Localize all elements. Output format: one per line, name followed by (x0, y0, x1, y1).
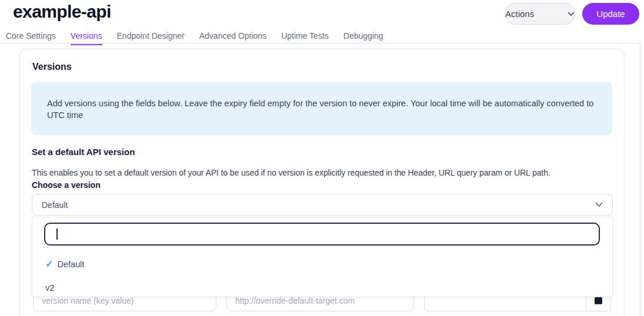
card-heading: Versions (32, 62, 72, 72)
versions-card: Versions Add versions using the fields b… (19, 49, 625, 316)
check-icon: ✓ (45, 260, 53, 269)
dropdown-option-default[interactable]: ✓ Default (32, 253, 612, 276)
select-value: Default (42, 200, 68, 210)
api-designer-page: example-api Actions Update Core Settings… (0, 0, 644, 316)
version-dropdown-panel: ✓ Default v2 (32, 217, 613, 297)
default-version-description: This enables you to set a default versio… (32, 168, 550, 177)
choose-version-label: Choose a version (32, 180, 101, 190)
actions-button[interactable]: Actions (505, 3, 575, 25)
default-version-select[interactable]: Default (32, 194, 613, 216)
actions-button-label: Actions (505, 9, 534, 19)
info-banner-text: Add versions using the fields below. Lea… (47, 98, 595, 121)
chevron-down-icon (568, 12, 575, 16)
chevron-down-icon (595, 202, 603, 207)
dropdown-option-v2[interactable]: v2 (32, 276, 612, 297)
dropdown-search-input[interactable] (44, 223, 600, 246)
right-edge-divider (640, 43, 640, 316)
calendar-icon (595, 297, 602, 304)
tabbar-divider (0, 43, 640, 43)
update-button[interactable]: Update (582, 3, 639, 25)
text-cursor (56, 228, 58, 240)
page-title: example-api (13, 2, 111, 22)
dropdown-search-wrap (44, 223, 600, 246)
dropdown-option-label: Default (57, 260, 84, 269)
default-version-heading: Set a default API version (32, 147, 135, 157)
dropdown-option-label: v2 (45, 283, 54, 293)
info-banner: Add versions using the fields below. Lea… (31, 82, 612, 135)
